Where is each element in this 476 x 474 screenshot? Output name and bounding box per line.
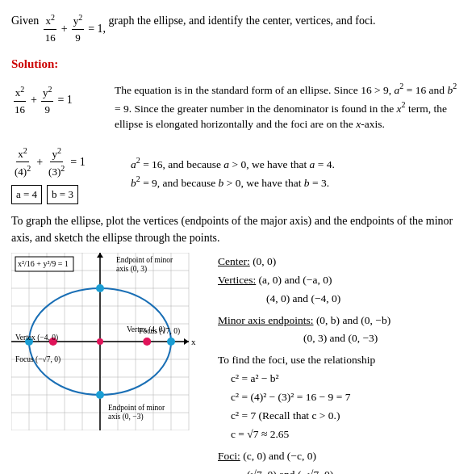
vertices-label: Vertices: <box>218 274 256 286</box>
vertices-val1: (a, 0) and (−a, 0) <box>259 274 332 286</box>
graphing-intro: To graph the ellipse, plot the vertices … <box>11 212 465 246</box>
foci-val1: (c, 0) and (−c, 0) <box>243 450 316 462</box>
step1-equation: x2 16 + y2 9 = 1 <box>11 80 100 120</box>
step1-block: x2 16 + y2 9 = 1 The equation is in the … <box>11 80 465 133</box>
foci-eq4: c = √7 ≈ 2.65 <box>231 426 465 444</box>
minor-val1: (0, b) and (0, −b) <box>316 314 390 326</box>
problem-instruction: graph the ellipse, and identify the cent… <box>109 15 376 27</box>
step2-equation: x2 (4)2 + y2 (3)2 = 1 a = 4 b = 3 <box>11 141 116 204</box>
solution-label: Solution: <box>11 55 465 73</box>
foci-eq3: c² = 7 (Recall that c > 0.) <box>231 407 465 426</box>
center-label: Center: <box>218 255 250 267</box>
graph-area: Center: (0, 0) Vertices: (a, 0) and (−a,… <box>11 253 465 474</box>
step2-desc: a2 = 16, and because a > 0, we have that… <box>131 154 465 191</box>
box-a: a = 4 <box>11 185 42 204</box>
box-b: b = 3 <box>47 185 78 204</box>
graphing-section: To graph the ellipse, plot the vertices … <box>11 212 465 474</box>
foci-val2: (√7, 0) and (−√7, 0) <box>218 466 465 474</box>
foci-intro: To find the foci, use the relationship <box>218 351 465 370</box>
minor-val2: (0, 3) and (0, −3) <box>218 329 465 348</box>
center-val: (0, 0) <box>253 255 276 267</box>
graph-info: Center: (0, 0) Vertices: (a, 0) and (−a,… <box>218 253 465 474</box>
fraction-y2-9: y2 9 <box>72 11 85 45</box>
foci-eq2: c² = (4)² − (3)² = 16 − 9 = 7 <box>231 388 465 407</box>
foci-eq1: c² = a² − b² <box>231 370 465 388</box>
graph-container <box>11 253 205 430</box>
minor-label: Minor axis endpoints: <box>218 314 314 326</box>
given-label: Given <box>11 15 42 27</box>
problem-statement: Given x2 16 + y2 9 = 1, graph the ellips… <box>11 8 465 48</box>
step1-desc: The equation is in the standard form of … <box>115 80 465 133</box>
fraction-x2-16: x2 16 <box>44 11 57 45</box>
foci-label: Foci: <box>218 450 240 462</box>
step2-block: x2 (4)2 + y2 (3)2 = 1 a = 4 b = 3 a2 = 1… <box>11 141 465 204</box>
vertices-val2: (4, 0) and (−4, 0) <box>218 290 465 308</box>
